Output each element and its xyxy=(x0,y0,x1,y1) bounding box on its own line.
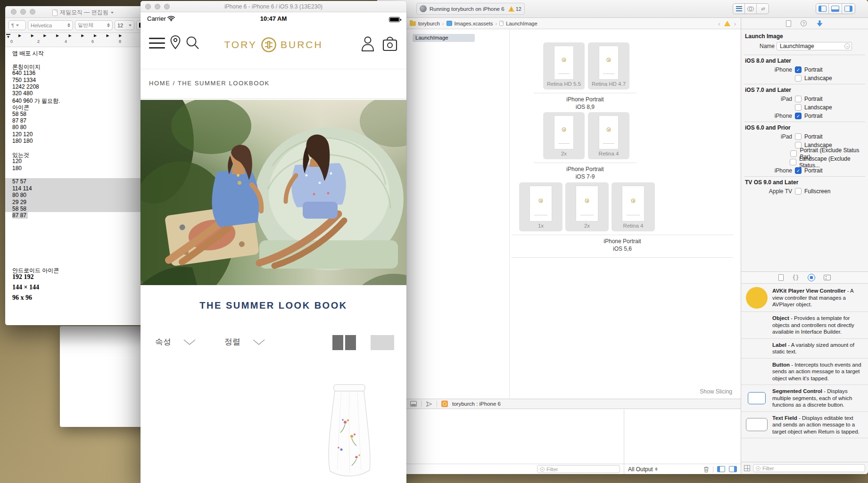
account-icon[interactable] xyxy=(361,36,374,52)
grid-view-toggle-right[interactable] xyxy=(345,335,356,350)
jump-bar-item-xcassets[interactable]: Images.xcassets xyxy=(455,21,493,26)
debug-target[interactable]: toryburch : iPhone 6 xyxy=(452,401,501,407)
debug-panel-icon xyxy=(831,6,839,12)
launch-image-slot[interactable]: Retina 4 xyxy=(612,182,655,231)
filter-placeholder: Filter xyxy=(546,467,558,472)
warning-count-badge[interactable]: ! 12 xyxy=(508,6,521,12)
checkbox[interactable] xyxy=(795,188,802,195)
shopping-bag-icon[interactable] xyxy=(382,35,398,52)
launch-image-slot[interactable]: 1x xyxy=(519,182,562,231)
single-view-toggle[interactable] xyxy=(371,335,394,350)
asset-name-field[interactable]: LaunchImage xyxy=(777,42,852,50)
asset-list-selected-item[interactable]: LaunchImage xyxy=(413,34,475,42)
version-editor-button[interactable]: ⇄ xyxy=(757,4,769,14)
toggle-utilities-button[interactable] xyxy=(842,4,855,14)
close-button[interactable] xyxy=(145,4,151,9)
library-item[interactable]: Text Field - Displays editable text and … xyxy=(741,412,868,439)
font-size-select[interactable]: 12 xyxy=(115,20,134,30)
assistant-editor-button[interactable] xyxy=(745,4,757,14)
checkbox[interactable] xyxy=(795,104,802,111)
console-bar: All Output xyxy=(624,464,741,474)
build-status: Running toryburch on iPhone 6 xyxy=(430,6,505,12)
library-item[interactable]: AVKit Player View Controller - A view co… xyxy=(741,284,868,312)
launch-image-slot[interactable]: Retina HD 5.5 xyxy=(543,42,585,90)
tory-burch-medallion-icon xyxy=(585,199,589,203)
launch-image-slot[interactable]: 2x xyxy=(565,182,609,231)
library-item[interactable]: Object - Provides a template for objects… xyxy=(741,312,868,339)
previous-issue-button[interactable]: ‹ xyxy=(718,20,720,27)
product-item-skirt[interactable] xyxy=(314,379,385,483)
show-slicing-button[interactable]: Show Slicing xyxy=(700,388,732,395)
file-template-library-tab[interactable] xyxy=(778,274,784,281)
utilities-panel: ? Launch Image Name LaunchImage → iOS 8.… xyxy=(741,18,868,474)
sort-dropdown[interactable]: 정렬 xyxy=(224,336,265,347)
toggle-debug-area-button[interactable] xyxy=(829,4,842,14)
trash-icon[interactable] xyxy=(703,466,709,473)
checkbox[interactable] xyxy=(790,150,797,157)
variables-filter-field[interactable]: Filter xyxy=(537,465,620,473)
checkbox[interactable] xyxy=(795,66,802,73)
checkbox[interactable] xyxy=(795,75,802,82)
jump-bar-item-launchimage[interactable]: LaunchImage xyxy=(506,21,537,26)
inspector-section: TV OS 9.0 and Later Apple TV Fullscreen xyxy=(741,179,865,196)
traffic-lights[interactable] xyxy=(11,9,35,15)
zoom-button[interactable] xyxy=(164,4,170,9)
console-pane-toggle-right[interactable] xyxy=(729,466,737,472)
object-library-tab[interactable] xyxy=(808,274,815,281)
tory-burch-medallion-icon xyxy=(261,37,277,53)
simulator-window[interactable]: iPhone 6 - iPhone 6 / iOS 9.3 (13E230) C… xyxy=(141,1,406,483)
checkbox[interactable] xyxy=(795,96,802,102)
code-snippet-library-tab[interactable]: {} xyxy=(792,274,799,281)
library-view-mode-icon[interactable] xyxy=(744,465,750,471)
launch-image-slot[interactable]: Retina HD 4.7 xyxy=(588,42,629,90)
paragraph-style-select[interactable]: ¶ xyxy=(8,20,26,30)
checkbox[interactable] xyxy=(790,159,796,165)
variables-view-bar: Filter xyxy=(377,464,624,474)
console-output-selector[interactable]: All Output xyxy=(628,466,658,473)
typeface-select[interactable]: 일반체 xyxy=(75,20,113,30)
library-item[interactable]: Button - Intercepts touch events and sen… xyxy=(741,359,868,385)
location-arrow-icon[interactable] xyxy=(426,401,432,407)
debug-area-toggle-icon[interactable] xyxy=(410,401,417,407)
attribute-filter-dropdown[interactable]: 속성 xyxy=(155,336,196,347)
jump-to-asset-icon[interactable]: → xyxy=(844,43,850,49)
title-chevron-icon[interactable] xyxy=(111,12,114,14)
file-inspector-icon[interactable] xyxy=(786,20,791,27)
minimize-button[interactable] xyxy=(20,9,26,15)
standard-editor-button[interactable] xyxy=(733,4,745,14)
checkbox-row: iPad Portrait xyxy=(741,95,865,103)
font-family-select[interactable]: Helvetica xyxy=(28,20,73,30)
checkbox-row: iPad Portrait xyxy=(741,132,865,141)
brand-text-left: TORY xyxy=(224,39,257,50)
tory-burch-medallion-icon xyxy=(562,128,566,132)
simulator-titlebar[interactable]: iPhone 6 - iPhone 6 / iOS 9.3 (13E230) xyxy=(141,1,406,12)
zoom-button[interactable] xyxy=(30,9,35,15)
checkbox[interactable] xyxy=(795,113,802,119)
launch-image-slot[interactable]: 2x xyxy=(543,112,585,159)
attributes-inspector-icon[interactable] xyxy=(816,20,823,27)
library-item[interactable]: Label - A variably sized amount of stati… xyxy=(741,339,868,359)
minimize-button[interactable] xyxy=(155,4,160,9)
breadcrumb[interactable]: HOME / THE SUMMER LOOKBOOK xyxy=(149,80,270,87)
tab-stops[interactable]: ▶▶▶▶▶▶▶▶▶ xyxy=(18,33,132,38)
launch-image-slot[interactable]: Retina 4 xyxy=(588,112,629,159)
filter-placeholder: Filter xyxy=(762,466,774,471)
xcode-window[interactable]: Running toryburch on iPhone 6 ! 12 ⇄ tor… xyxy=(377,0,868,474)
hero-photo[interactable] xyxy=(141,100,406,285)
media-library-tab[interactable] xyxy=(824,275,831,280)
console-pane-toggle-left[interactable] xyxy=(717,466,725,472)
quick-help-icon[interactable]: ? xyxy=(801,20,807,26)
brand-text-right: BURCH xyxy=(281,39,323,50)
checkbox[interactable] xyxy=(795,133,802,140)
next-issue-button[interactable]: › xyxy=(734,20,736,27)
version-editor-icon: ⇄ xyxy=(761,6,764,11)
traffic-lights[interactable] xyxy=(145,4,170,9)
grid-view-toggle-left[interactable] xyxy=(332,335,343,350)
close-button[interactable] xyxy=(11,9,17,15)
margin-marker[interactable]: ▼ xyxy=(6,34,10,39)
checkbox[interactable] xyxy=(795,167,802,174)
toggle-navigator-button[interactable] xyxy=(816,4,829,14)
library-item[interactable]: Segmented Control - Displays multiple se… xyxy=(741,385,868,412)
library-filter-field[interactable]: Filter xyxy=(753,464,865,472)
jump-bar-item-project[interactable]: toryburch xyxy=(418,21,440,26)
